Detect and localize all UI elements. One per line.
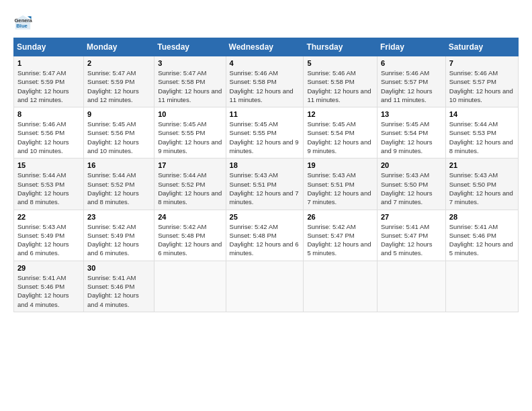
calendar-cell: 12 Sunrise: 5:45 AM Sunset: 5:54 PM Dayl… [304, 107, 378, 158]
calendar-cell [226, 261, 304, 312]
weekday-header-sunday: Sunday [14, 38, 84, 56]
day-number: 11 [230, 110, 300, 118]
day-info: Sunrise: 5:45 AM Sunset: 5:56 PM Dayligh… [87, 120, 150, 155]
day-number: 21 [449, 161, 515, 169]
calendar-cell: 9 Sunrise: 5:45 AM Sunset: 5:56 PM Dayli… [84, 107, 154, 158]
calendar-cell: 28 Sunrise: 5:41 AM Sunset: 5:46 PM Dayl… [445, 210, 518, 261]
day-info: Sunrise: 5:47 AM Sunset: 5:58 PM Dayligh… [158, 68, 222, 104]
day-info: Sunrise: 5:44 AM Sunset: 5:52 PM Dayligh… [87, 171, 150, 206]
calendar-cell: 16 Sunrise: 5:44 AM Sunset: 5:52 PM Dayl… [84, 158, 154, 210]
calendar-cell: 6 Sunrise: 5:46 AM Sunset: 5:57 PM Dayli… [377, 56, 445, 107]
page-header: General Blue [13, 13, 519, 32]
calendar-cell: 23 Sunrise: 5:42 AM Sunset: 5:49 PM Dayl… [84, 210, 154, 261]
day-number: 30 [87, 264, 150, 272]
svg-text:General: General [14, 17, 32, 24]
day-info: Sunrise: 5:41 AM Sunset: 5:47 PM Dayligh… [381, 222, 442, 258]
day-number: 27 [381, 213, 442, 221]
day-info: Sunrise: 5:42 AM Sunset: 5:49 PM Dayligh… [87, 222, 150, 258]
calendar-cell [154, 261, 226, 312]
calendar-cell [304, 261, 378, 312]
day-number: 2 [87, 59, 150, 67]
day-number: 4 [230, 59, 300, 67]
day-info: Sunrise: 5:46 AM Sunset: 5:57 PM Dayligh… [449, 68, 515, 104]
calendar-cell: 8 Sunrise: 5:46 AM Sunset: 5:56 PM Dayli… [14, 107, 84, 158]
calendar-cell: 20 Sunrise: 5:43 AM Sunset: 5:50 PM Dayl… [377, 158, 445, 210]
logo: General Blue [13, 13, 35, 32]
day-number: 9 [87, 110, 150, 118]
calendar-week-1: 1 Sunrise: 5:47 AM Sunset: 5:59 PM Dayli… [14, 56, 519, 107]
calendar-header: SundayMondayTuesdayWednesdayThursdayFrid… [14, 38, 519, 56]
day-info: Sunrise: 5:46 AM Sunset: 5:58 PM Dayligh… [307, 68, 373, 104]
day-number: 18 [230, 161, 300, 169]
day-info: Sunrise: 5:45 AM Sunset: 5:54 PM Dayligh… [381, 120, 442, 155]
day-number: 15 [17, 161, 80, 169]
weekday-header-monday: Monday [84, 38, 154, 56]
calendar-cell: 18 Sunrise: 5:43 AM Sunset: 5:51 PM Dayl… [226, 158, 304, 210]
weekday-header-thursday: Thursday [304, 38, 378, 56]
day-number: 10 [158, 110, 222, 118]
day-number: 29 [17, 264, 80, 272]
day-number: 13 [381, 110, 442, 118]
calendar-cell: 25 Sunrise: 5:42 AM Sunset: 5:48 PM Dayl… [226, 210, 304, 261]
day-info: Sunrise: 5:45 AM Sunset: 5:55 PM Dayligh… [158, 120, 222, 155]
calendar-cell [445, 261, 518, 312]
day-number: 23 [87, 213, 150, 221]
calendar-cell: 14 Sunrise: 5:44 AM Sunset: 5:53 PM Dayl… [445, 107, 518, 158]
logo-icon: General Blue [13, 13, 32, 32]
calendar-cell: 24 Sunrise: 5:42 AM Sunset: 5:48 PM Dayl… [154, 210, 226, 261]
calendar-cell: 30 Sunrise: 5:41 AM Sunset: 5:46 PM Dayl… [84, 261, 154, 312]
day-info: Sunrise: 5:45 AM Sunset: 5:54 PM Dayligh… [307, 120, 373, 155]
day-info: Sunrise: 5:43 AM Sunset: 5:51 PM Dayligh… [230, 171, 300, 206]
calendar-week-5: 29 Sunrise: 5:41 AM Sunset: 5:46 PM Dayl… [14, 261, 519, 312]
day-number: 19 [307, 161, 373, 169]
calendar-week-3: 15 Sunrise: 5:44 AM Sunset: 5:53 PM Dayl… [14, 158, 519, 210]
calendar-cell: 13 Sunrise: 5:45 AM Sunset: 5:54 PM Dayl… [377, 107, 445, 158]
weekday-header-tuesday: Tuesday [154, 38, 226, 56]
calendar-week-4: 22 Sunrise: 5:43 AM Sunset: 5:49 PM Dayl… [14, 210, 519, 261]
day-info: Sunrise: 5:47 AM Sunset: 5:59 PM Dayligh… [87, 68, 150, 104]
calendar-cell: 1 Sunrise: 5:47 AM Sunset: 5:59 PM Dayli… [14, 56, 84, 107]
calendar-cell: 21 Sunrise: 5:43 AM Sunset: 5:50 PM Dayl… [445, 158, 518, 210]
day-number: 16 [87, 161, 150, 169]
calendar-cell: 4 Sunrise: 5:46 AM Sunset: 5:58 PM Dayli… [226, 56, 304, 107]
day-info: Sunrise: 5:42 AM Sunset: 5:48 PM Dayligh… [158, 222, 222, 258]
calendar-cell: 11 Sunrise: 5:45 AM Sunset: 5:55 PM Dayl… [226, 107, 304, 158]
day-number: 8 [17, 110, 80, 118]
day-info: Sunrise: 5:44 AM Sunset: 5:53 PM Dayligh… [17, 171, 80, 206]
day-number: 22 [17, 213, 80, 221]
day-number: 17 [158, 161, 222, 169]
calendar-cell: 26 Sunrise: 5:42 AM Sunset: 5:47 PM Dayl… [304, 210, 378, 261]
day-number: 24 [158, 213, 222, 221]
day-number: 5 [307, 59, 373, 67]
day-info: Sunrise: 5:43 AM Sunset: 5:50 PM Dayligh… [381, 171, 442, 206]
calendar-cell: 10 Sunrise: 5:45 AM Sunset: 5:55 PM Dayl… [154, 107, 226, 158]
day-info: Sunrise: 5:41 AM Sunset: 5:46 PM Dayligh… [449, 222, 515, 258]
calendar-cell: 17 Sunrise: 5:44 AM Sunset: 5:52 PM Dayl… [154, 158, 226, 210]
calendar-cell: 3 Sunrise: 5:47 AM Sunset: 5:58 PM Dayli… [154, 56, 226, 107]
day-number: 7 [449, 59, 515, 67]
day-number: 28 [449, 213, 515, 221]
calendar-cell [377, 261, 445, 312]
day-info: Sunrise: 5:44 AM Sunset: 5:53 PM Dayligh… [449, 120, 515, 155]
day-info: Sunrise: 5:46 AM Sunset: 5:58 PM Dayligh… [230, 68, 300, 104]
day-number: 25 [230, 213, 300, 221]
day-number: 26 [307, 213, 373, 221]
calendar-cell: 2 Sunrise: 5:47 AM Sunset: 5:59 PM Dayli… [84, 56, 154, 107]
day-info: Sunrise: 5:41 AM Sunset: 5:46 PM Dayligh… [87, 273, 150, 309]
day-info: Sunrise: 5:43 AM Sunset: 5:50 PM Dayligh… [449, 171, 515, 206]
calendar-cell: 22 Sunrise: 5:43 AM Sunset: 5:49 PM Dayl… [14, 210, 84, 261]
day-info: Sunrise: 5:45 AM Sunset: 5:55 PM Dayligh… [230, 120, 300, 155]
day-info: Sunrise: 5:43 AM Sunset: 5:51 PM Dayligh… [307, 171, 373, 206]
calendar-week-2: 8 Sunrise: 5:46 AM Sunset: 5:56 PM Dayli… [14, 107, 519, 158]
day-info: Sunrise: 5:47 AM Sunset: 5:59 PM Dayligh… [17, 68, 80, 104]
day-info: Sunrise: 5:46 AM Sunset: 5:57 PM Dayligh… [381, 68, 442, 104]
day-number: 3 [158, 59, 222, 67]
weekday-header-wednesday: Wednesday [226, 38, 304, 56]
weekday-header-friday: Friday [377, 38, 445, 56]
svg-text:Blue: Blue [16, 23, 28, 29]
day-info: Sunrise: 5:43 AM Sunset: 5:49 PM Dayligh… [17, 222, 80, 258]
day-info: Sunrise: 5:44 AM Sunset: 5:52 PM Dayligh… [158, 171, 222, 206]
day-info: Sunrise: 5:41 AM Sunset: 5:46 PM Dayligh… [17, 273, 80, 309]
day-number: 12 [307, 110, 373, 118]
day-info: Sunrise: 5:42 AM Sunset: 5:47 PM Dayligh… [307, 222, 373, 258]
